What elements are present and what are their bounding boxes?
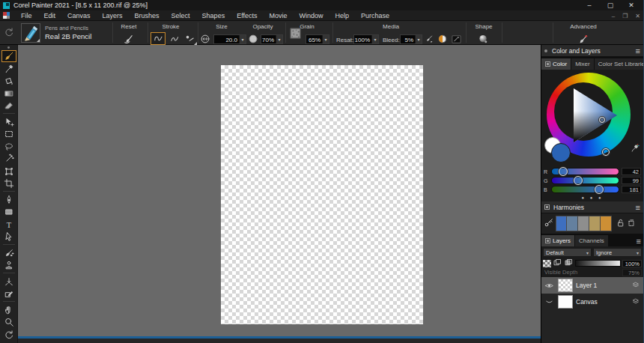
- minimize-button[interactable]: –: [579, 0, 600, 10]
- layers-tab-channels[interactable]: Channels: [575, 235, 608, 246]
- menu-shapes[interactable]: Shapes: [196, 12, 231, 19]
- freehand-stroke-button[interactable]: [151, 32, 165, 45]
- brush-tool[interactable]: [1, 50, 16, 63]
- doc-close-button[interactable]: ✕: [635, 13, 640, 19]
- doc-restore-button[interactable]: ❐: [622, 13, 628, 19]
- straight-stroke-button[interactable]: [167, 32, 182, 45]
- harmonies-header[interactable]: Harmonies ≡: [541, 201, 643, 213]
- dab-stroke-button[interactable]: [182, 32, 197, 45]
- harmony-swatch-5[interactable]: [601, 216, 612, 231]
- toolbox-grip[interactable]: [7, 46, 10, 49]
- r-value[interactable]: 42: [622, 168, 641, 175]
- g-slider-handle[interactable]: [574, 176, 583, 185]
- g-slider[interactable]: [551, 177, 619, 184]
- layer-thumbnail[interactable]: [558, 295, 573, 309]
- menu-brushes[interactable]: Brushes: [129, 12, 165, 19]
- harmony-rule-icon[interactable]: [544, 217, 554, 231]
- magnifier-tool[interactable]: [1, 316, 16, 329]
- layer-opacity-slider[interactable]: [575, 260, 621, 267]
- harmony-swatch-3[interactable]: [578, 216, 589, 231]
- rectangular-shape-tool[interactable]: [1, 206, 16, 219]
- grain-field[interactable]: 65%▾: [306, 34, 329, 44]
- layer-row-layer-1[interactable]: Layer 1: [541, 277, 643, 294]
- harmony-swatch-2[interactable]: [567, 216, 578, 231]
- paint-bucket-tool[interactable]: [1, 75, 16, 88]
- g-value[interactable]: 99: [622, 177, 641, 184]
- bleed-field[interactable]: 5%▾: [400, 34, 422, 44]
- harmony-swatch-4[interactable]: [589, 216, 601, 231]
- menu-help[interactable]: Help: [329, 12, 356, 19]
- text-tool[interactable]: T: [1, 218, 16, 231]
- menu-movie[interactable]: Movie: [264, 12, 294, 19]
- close-button[interactable]: ✕: [621, 0, 642, 10]
- color-info-dropper-icon[interactable]: [629, 143, 640, 157]
- r-slider[interactable]: [551, 168, 619, 175]
- menu-effects[interactable]: Effects: [231, 12, 263, 19]
- document-canvas[interactable]: [221, 65, 423, 324]
- menu-file[interactable]: File: [15, 12, 38, 19]
- layer-name[interactable]: Canvas: [576, 298, 628, 306]
- menu-window[interactable]: Window: [294, 12, 329, 19]
- color-tab-mixer[interactable]: Mixer: [571, 58, 594, 70]
- harmonies-menu-icon[interactable]: ≡: [636, 204, 640, 211]
- layers-tabs-menu-icon[interactable]: ≡: [637, 237, 643, 246]
- lasso-tool[interactable]: [1, 140, 16, 153]
- brush-category-label[interactable]: Pens and Pencils: [45, 25, 88, 31]
- maximize-button[interactable]: ▢: [600, 0, 621, 10]
- menu-edit[interactable]: Edit: [38, 12, 62, 19]
- magic-wand-tool[interactable]: [1, 153, 16, 166]
- grabber-tool[interactable]: [1, 303, 16, 316]
- preserve-transparency-icon[interactable]: [543, 260, 551, 267]
- layer-adjuster-tool[interactable]: [1, 115, 16, 128]
- layer-hidden-eye-icon[interactable]: [544, 297, 555, 307]
- crop-tool[interactable]: [1, 177, 16, 190]
- grain-icon[interactable]: [289, 27, 302, 43]
- color-tab-color[interactable]: Color: [541, 58, 571, 70]
- hue-cursor[interactable]: [602, 148, 610, 156]
- menu-purchase[interactable]: Purchase: [355, 12, 395, 19]
- dropper-tool[interactable]: [1, 62, 16, 75]
- layer-opacity-value[interactable]: 100%: [622, 260, 642, 267]
- layer-row-canvas[interactable]: Canvas: [541, 294, 643, 310]
- composite-depth-dropdown[interactable]: Ignore▾: [593, 248, 642, 257]
- layer-thumbnail[interactable]: [558, 279, 573, 292]
- opacity-field[interactable]: 70%▾: [261, 34, 283, 44]
- lock-icon[interactable]: [616, 217, 625, 231]
- mirror-painting-tool[interactable]: [1, 275, 16, 288]
- rubber-stamp-tool[interactable]: [1, 259, 16, 272]
- doc-minimize-button[interactable]: –: [612, 13, 615, 19]
- harmony-swatch-1[interactable]: [556, 216, 567, 231]
- size-field[interactable]: 20.0▾: [213, 34, 246, 44]
- pen-tool[interactable]: [1, 193, 16, 206]
- triangle-cursor[interactable]: [599, 117, 605, 123]
- color-layers-panel-header[interactable]: Color and Layers ≡: [541, 45, 643, 57]
- composite-method-dropdown[interactable]: Default▾: [543, 248, 592, 257]
- rotate-page-tool[interactable]: [1, 329, 16, 342]
- gradient-tool[interactable]: [1, 87, 16, 100]
- saturation-value-triangle[interactable]: [571, 86, 619, 145]
- color-panel-expander[interactable]: ● ● ●: [541, 195, 643, 201]
- r-slider-handle[interactable]: [559, 167, 568, 176]
- brush-selector[interactable]: [21, 23, 40, 43]
- save-harmony-icon[interactable]: [627, 217, 636, 231]
- layer-visible-eye-icon[interactable]: [544, 281, 555, 291]
- b-slider-handle[interactable]: [595, 185, 604, 194]
- menu-select[interactable]: Select: [165, 12, 196, 19]
- b-value[interactable]: 181: [622, 186, 641, 193]
- menu-layers[interactable]: Layers: [97, 12, 129, 19]
- divine-proportion-tool[interactable]: [1, 288, 16, 300]
- panel-menu-icon[interactable]: ≡: [636, 47, 640, 55]
- undo-circle-icon[interactable]: [4, 27, 14, 40]
- transform-tool[interactable]: [1, 165, 16, 177]
- brush-variant-label[interactable]: Real 2B Pencil: [45, 32, 91, 40]
- rectangular-selection-tool[interactable]: [1, 128, 16, 141]
- resat-field[interactable]: 100%▾: [353, 34, 379, 44]
- layers-tab-layers[interactable]: Layers: [541, 235, 574, 246]
- layer-name[interactable]: Layer 1: [576, 282, 628, 289]
- b-slider[interactable]: [551, 186, 619, 193]
- menu-canvas[interactable]: Canvas: [61, 12, 97, 19]
- cloner-tool[interactable]: [1, 246, 16, 259]
- shape-selection-tool[interactable]: [1, 231, 16, 243]
- main-color-swatch[interactable]: [551, 143, 571, 163]
- color-tab-color-set-librarie[interactable]: Color Set Librarie: [595, 58, 643, 70]
